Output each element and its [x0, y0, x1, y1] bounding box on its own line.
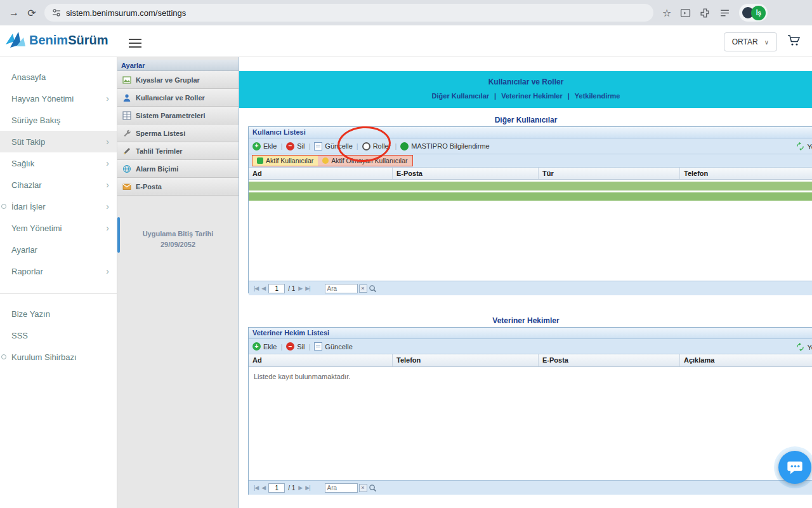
submenu-item-kiyaslar-gruplar[interactable]: Kıyaslar ve Gruplar [117, 71, 239, 89]
sidebar-item-bize-yazin[interactable]: Bize Yazın [0, 303, 117, 324]
column-header-telefon[interactable]: Telefon [393, 354, 539, 366]
chat-fab-button[interactable] [774, 446, 812, 488]
separator: | [309, 142, 311, 150]
submenu-item-kullanicilar-roller[interactable]: Kullanıcılar ve Roller [117, 89, 239, 107]
app-logo[interactable]: BenimSürüm [5, 30, 108, 50]
banner-links: Diğer Kullanıcılar|Veteriner Hekimler|Ye… [239, 92, 812, 100]
pencil-icon [122, 147, 131, 156]
url-text: sistem.benimsurum.com/settings [66, 8, 186, 18]
delete-vet-button[interactable]: − Sil [286, 342, 304, 351]
submenu-item-sperma-listesi[interactable]: Sperma Listesi [117, 124, 239, 142]
plan-dropdown[interactable]: ORTAR ∨ [724, 32, 777, 51]
add-vet-button[interactable]: + Ekle [252, 342, 277, 351]
clear-search-icon[interactable]: × [359, 284, 367, 293]
browser-profile[interactable]: İş [739, 4, 768, 22]
side-panel-icon[interactable] [680, 8, 691, 18]
column-header-telefon[interactable]: Telefon [680, 168, 812, 179]
roles-icon [362, 142, 370, 150]
menu-hamburger-icon[interactable] [129, 36, 141, 50]
last-page-icon[interactable]: ▶| [305, 485, 310, 491]
users-pager: |◀ ◀ / 1 ▶ ▶| × [249, 281, 812, 295]
column-header-ad[interactable]: Ad [249, 168, 393, 179]
cart-button[interactable] [787, 34, 801, 50]
submenu-scrollbar[interactable] [117, 217, 120, 253]
prev-page-icon[interactable]: ◀ [261, 285, 265, 291]
refresh-vets-button[interactable]: Yenile [796, 339, 812, 355]
page-number-input[interactable] [268, 284, 285, 293]
page-number-input[interactable] [268, 483, 285, 493]
column-header-tur[interactable]: Tür [539, 168, 680, 179]
active-users-icon [257, 157, 263, 164]
column-header-eposta[interactable]: E-Posta [539, 354, 680, 366]
link-diger-kullanicilar[interactable]: Diğer Kullanıcılar [432, 92, 489, 100]
sidebar-item-label: Bize Yazın [11, 309, 50, 319]
search-input[interactable] [325, 284, 358, 293]
sidebar-item-ayarlar[interactable]: Ayarlar [0, 239, 117, 260]
page-banner: Kullanıcılar ve Roller Diğer Kullanıcıla… [239, 71, 812, 108]
logo-text-secondary: Sürüm [68, 33, 108, 47]
update-vet-button[interactable]: Güncelle [314, 342, 352, 351]
last-page-icon[interactable]: ▶| [305, 285, 310, 291]
reading-list-icon[interactable] [719, 8, 730, 18]
mastipro-button[interactable]: MASTIPRO Bilgilendirme [400, 142, 489, 150]
tab-active-users[interactable]: Aktif Kullanıcılar [252, 156, 318, 166]
page-count: / 1 [288, 485, 295, 491]
search-icon[interactable] [369, 284, 377, 293]
search-icon[interactable] [369, 484, 377, 492]
column-header-aciklama[interactable]: Açıklama [680, 354, 812, 366]
next-page-icon[interactable]: ▶ [298, 485, 302, 491]
extensions-puzzle-icon[interactable] [700, 8, 710, 18]
chat-bubble-icon [778, 451, 811, 484]
table-row[interactable] [249, 182, 812, 190]
sidebar-item-raporlar[interactable]: Raporlar› [0, 260, 117, 282]
sidebar-item-hayvan-yonetimi[interactable]: Hayvan Yönetimi› [0, 88, 117, 109]
address-bar[interactable]: sistem.benimsurum.com/settings [44, 4, 653, 22]
chevron-right-icon: › [106, 201, 109, 211]
separator: | [280, 142, 282, 150]
first-page-icon[interactable]: |◀ [254, 285, 258, 291]
reload-icon[interactable]: ⟳ [23, 7, 41, 19]
update-label: Güncelle [325, 142, 352, 150]
delete-label: Sil [297, 142, 304, 150]
submenu-item-tahlil-terimler[interactable]: Tahlil Terimler [117, 142, 239, 160]
sidebar-item-cihazlar[interactable]: Cihazlar› [0, 174, 117, 196]
sidebar-item-sut-takip[interactable]: Süt Takip› [0, 131, 117, 152]
table-row[interactable] [249, 192, 812, 201]
first-page-icon[interactable]: |◀ [254, 485, 258, 491]
minus-icon: − [286, 142, 294, 150]
sidebar-item-idari-isler[interactable]: İdari İşler› [0, 196, 117, 217]
update-user-button[interactable]: Güncelle [314, 142, 352, 150]
prev-page-icon[interactable]: ◀ [261, 485, 265, 491]
globe-icon [122, 164, 131, 173]
sidebar-item-suruye-bakis[interactable]: Sürüye Bakış [0, 109, 117, 131]
submenu-item-eposta[interactable]: E-Posta [117, 178, 239, 196]
sidebar-item-label: Anasayfa [11, 72, 46, 82]
sidebar-item-label: Süt Takip [11, 137, 45, 147]
sidebar-item-label: Yem Yönetimi [11, 224, 62, 233]
next-page-icon[interactable]: ▶ [298, 285, 302, 291]
forward-icon[interactable]: → [5, 7, 23, 18]
refresh-button[interactable]: Yenile [796, 138, 812, 154]
search-input[interactable] [325, 483, 358, 493]
chevron-right-icon: › [106, 158, 109, 168]
sidebar-item-kurulum-sihirbazi[interactable]: Kurulum Sihirbazı [0, 346, 117, 368]
delete-user-button[interactable]: − Sil [286, 142, 304, 150]
roles-button[interactable]: Roller [362, 142, 391, 150]
sidebar-item-saglik[interactable]: Sağlık› [0, 152, 117, 174]
vets-pager: |◀ ◀ / 1 ▶ ▶| × [249, 480, 812, 495]
submenu-item-alarm-bicimi[interactable]: Alarm Biçimi [117, 160, 239, 178]
column-header-eposta[interactable]: E-Posta [393, 168, 539, 179]
link-veteriner-hekimler[interactable]: Veteriner Hekimler [501, 92, 563, 100]
submenu-item-sistem-parametreleri[interactable]: Sistem Parametreleri [117, 107, 239, 124]
add-user-button[interactable]: + Ekle [252, 142, 277, 150]
tab-inactive-users[interactable]: Aktif Olmayan Kullanıcılar [318, 156, 412, 166]
sidebar-item-yem-yonetimi[interactable]: Yem Yönetimi› [0, 217, 117, 239]
clear-search-icon[interactable]: × [359, 484, 367, 492]
chevron-right-icon: › [106, 180, 109, 190]
submenu-title: Ayarlar [117, 60, 239, 71]
column-header-ad[interactable]: Ad [249, 354, 393, 366]
bookmark-star-icon[interactable]: ☆ [662, 7, 671, 19]
sidebar-item-anasayfa[interactable]: Anasayfa [0, 66, 117, 88]
sidebar-item-sss[interactable]: SSS [0, 324, 117, 346]
link-yetkilendirme[interactable]: Yetkilendirme [575, 92, 620, 100]
